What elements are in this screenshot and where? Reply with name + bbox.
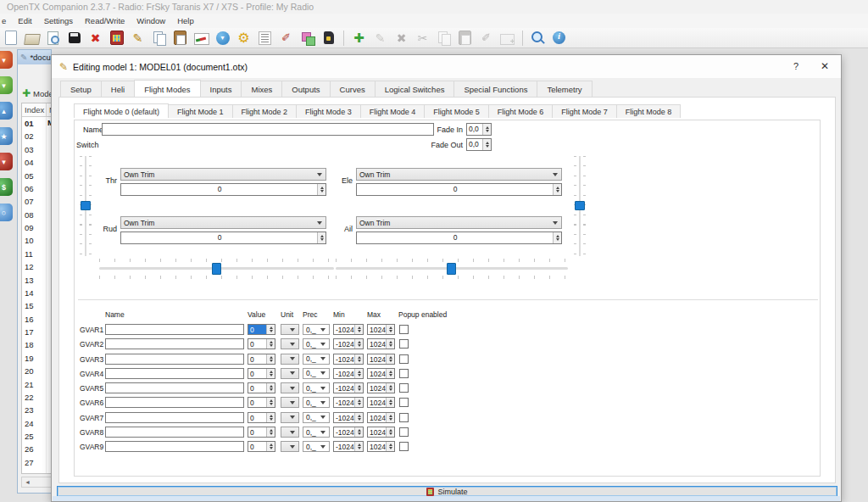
spinner-buttons[interactable] — [553, 184, 561, 195]
gvar-min-spinbox[interactable]: -1024 — [333, 441, 364, 452]
tab-flight-mode-6[interactable]: Flight Mode 6 — [488, 104, 554, 118]
spinner-buttons[interactable] — [553, 232, 561, 243]
gvar-max-spinbox[interactable]: 1024 — [367, 397, 395, 408]
model-index-row[interactable]: 17 — [22, 326, 47, 338]
tab-inputs[interactable]: Inputs — [200, 81, 242, 97]
model-index-row[interactable]: 25 — [22, 430, 47, 443]
gvar-name-input[interactable] — [105, 412, 244, 423]
document-window-titlebar[interactable]: ✎ *docu — [18, 50, 51, 64]
close-file-icon[interactable] — [87, 30, 103, 46]
spinner-buttons[interactable] — [266, 339, 275, 349]
copy-icon[interactable] — [151, 30, 167, 46]
gvar-name-input[interactable] — [105, 338, 244, 349]
save-file-icon[interactable] — [66, 30, 82, 46]
copy-model-icon[interactable] — [436, 30, 452, 46]
gvar-name-input[interactable] — [105, 324, 244, 335]
gvar-name-input[interactable] — [105, 441, 244, 452]
model-index-row[interactable]: 23 — [22, 404, 47, 416]
gvar-min-spinbox[interactable]: -1024 — [333, 324, 364, 335]
spinner-buttons[interactable] — [386, 398, 394, 407]
spinner-buttons[interactable] — [354, 325, 363, 334]
read-models-from-radio-icon[interactable]: ▾ — [0, 76, 13, 94]
popup-enabled-checkbox[interactable] — [399, 442, 409, 451]
ail-trim-mode-dropdown[interactable]: Own Trim — [356, 216, 562, 229]
menu-window[interactable]: Window — [131, 14, 171, 27]
spinner-buttons[interactable] — [266, 354, 275, 364]
gvar-unit-dropdown[interactable] — [281, 368, 299, 379]
scroll-left-arrow-icon[interactable]: ◄ — [22, 479, 31, 485]
gvar-prec-dropdown[interactable]: 0,_ — [303, 354, 330, 365]
model-index-row[interactable]: 11 — [22, 248, 47, 260]
spinner-buttons[interactable] — [482, 124, 491, 135]
gvar-unit-dropdown[interactable] — [281, 397, 299, 408]
edit-model-icon[interactable] — [372, 30, 388, 46]
spinner-buttons[interactable] — [266, 325, 275, 334]
model-index-row[interactable]: 06 — [22, 182, 47, 195]
menu-help[interactable]: Help — [171, 14, 200, 27]
add-model-icon[interactable] — [351, 30, 367, 46]
new-file-icon[interactable] — [3, 30, 19, 46]
add-model-button[interactable]: ✚ Mode — [22, 87, 52, 99]
slider-handle[interactable] — [212, 263, 221, 275]
gvar-value-spinbox[interactable]: 0 — [248, 368, 275, 379]
tab-flight-mode-7[interactable]: Flight Mode 7 — [552, 104, 617, 118]
tab-logical-switches[interactable]: Logical Switches — [375, 81, 455, 97]
gvar-min-spinbox[interactable]: -1024 — [333, 368, 364, 379]
flight-mode-name-input[interactable] — [102, 123, 434, 136]
model-index-row[interactable]: 20 — [22, 365, 47, 377]
gvar-max-spinbox[interactable]: 1024 — [367, 354, 395, 365]
tab-flight-mode-5[interactable]: Flight Mode 5 — [424, 104, 489, 118]
thr-trim-mode-dropdown[interactable]: Own Trim — [120, 168, 326, 181]
model-index-row[interactable]: 19 — [22, 352, 47, 365]
gvar-prec-dropdown[interactable]: 0,_ — [303, 338, 330, 349]
popup-enabled-checkbox[interactable] — [399, 354, 409, 364]
read-firmware-icon[interactable]: $ — [0, 178, 13, 196]
menu-read-write[interactable]: Read/Write — [79, 14, 131, 27]
gvar-prec-dropdown[interactable]: 0,_ — [303, 441, 330, 452]
model-index-row[interactable]: 03 — [22, 143, 47, 156]
rud-trim-value-spinbox[interactable]: 0 — [120, 231, 326, 244]
gvar-max-spinbox[interactable]: 1024 — [367, 427, 395, 438]
model-index-row[interactable]: 28 — [22, 469, 47, 474]
model-index-row[interactable]: 13 — [22, 274, 47, 287]
ele-trim-mode-dropdown[interactable]: Own Trim — [356, 168, 562, 181]
tab-outputs[interactable]: Outputs — [281, 81, 330, 97]
customize-splash-icon[interactable] — [278, 30, 294, 46]
spinner-buttons[interactable] — [266, 383, 275, 393]
tab-curves[interactable]: Curves — [330, 81, 376, 97]
fade-in-spinbox[interactable]: 0,0 — [466, 123, 492, 136]
model-index-row[interactable]: 01 — [22, 117, 47, 130]
tab-flight-modes[interactable]: Flight Modes — [134, 80, 200, 97]
gvar-prec-dropdown[interactable]: 0,_ — [303, 427, 330, 438]
gvar-max-spinbox[interactable]: 1024 — [367, 324, 395, 335]
download-icon[interactable] — [214, 30, 231, 46]
gvar-unit-dropdown[interactable] — [281, 441, 299, 452]
popup-enabled-checkbox[interactable] — [399, 413, 409, 422]
fade-out-spinbox[interactable]: 0,0 — [466, 138, 492, 151]
gvar-prec-dropdown[interactable]: 0,_ — [303, 324, 330, 335]
menu-edit[interactable]: Edit — [12, 14, 37, 27]
tab-heli[interactable]: Heli — [101, 81, 135, 97]
popup-enabled-checkbox[interactable] — [399, 339, 409, 349]
simulate-model-icon[interactable] — [530, 30, 546, 46]
cut-model-icon[interactable] — [415, 30, 431, 46]
spinner-buttons[interactable] — [386, 339, 394, 349]
gvar-max-spinbox[interactable]: 1024 — [367, 368, 395, 379]
spinner-buttons[interactable] — [354, 354, 363, 364]
spinner-buttons[interactable] — [354, 369, 363, 378]
delete-model-icon[interactable] — [393, 30, 409, 46]
tab-flight-mode-0[interactable]: Flight Mode 0 (default) — [74, 103, 169, 118]
spinner-buttons[interactable] — [386, 427, 394, 437]
sync-icon[interactable]: ○ — [0, 204, 13, 221]
gvar-max-spinbox[interactable]: 1024 — [367, 338, 395, 349]
tab-flight-mode-3[interactable]: Flight Mode 3 — [296, 104, 361, 118]
model-index-row[interactable]: 08 — [22, 209, 47, 221]
open-file-icon[interactable] — [24, 30, 40, 46]
gvar-prec-dropdown[interactable]: 0,_ — [303, 412, 330, 423]
spinner-buttons[interactable] — [482, 139, 491, 150]
model-index-row[interactable]: 14 — [22, 287, 47, 299]
gvar-value-spinbox[interactable]: 0 — [248, 397, 275, 408]
spinner-buttons[interactable] — [354, 413, 363, 422]
gvar-min-spinbox[interactable]: -1024 — [333, 354, 364, 365]
spinner-buttons[interactable] — [317, 184, 326, 195]
